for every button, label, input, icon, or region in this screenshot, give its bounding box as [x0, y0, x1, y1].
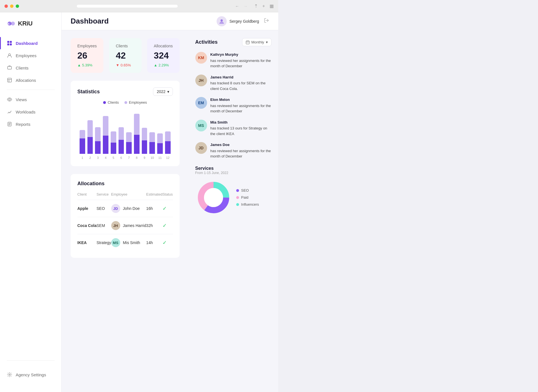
col-service: Service [96, 192, 111, 200]
topbar-right: Sergey Goldberg [217, 16, 269, 26]
activity-text: Mia Smith has tracked 13 ours for Strate… [210, 120, 272, 137]
logo-text: KRiU [18, 20, 33, 27]
bar-label: 1 [82, 156, 83, 159]
arrow-up-icon: ▲ [77, 63, 81, 67]
sidebar-item-allocations[interactable]: Allocations [0, 74, 61, 86]
calendar-icon [246, 40, 250, 44]
svg-rect-3 [7, 41, 9, 43]
legend-seo: SEO [236, 188, 259, 192]
activity-name: Kathryn Murphy [210, 52, 272, 57]
content-right: Activities Monthly ▾ KM Kathryn [189, 30, 278, 392]
stat-card-employees: Employees 26 ▲ 5.39% [71, 38, 103, 73]
content-left: Employees 26 ▲ 5.39% Clients 42 ▼ [62, 30, 189, 392]
check-icon: ✓ [163, 240, 167, 245]
paid-dot [236, 196, 239, 199]
bar-group: 5 [111, 109, 116, 159]
activities-header: Activities Monthly ▾ [195, 38, 272, 46]
bar-group: 7 [126, 109, 132, 159]
add-tab-icon[interactable]: + [262, 4, 265, 9]
cell-employee: JD John Doe [111, 200, 146, 217]
svg-point-12 [9, 374, 10, 375]
bar-group: 8 [134, 109, 140, 159]
bar-label: 3 [97, 156, 99, 159]
clients-dot [103, 101, 106, 104]
bar-label: 2 [89, 156, 91, 159]
logout-icon[interactable] [264, 18, 269, 25]
employees-dot [124, 101, 127, 104]
bar-label: 4 [105, 156, 106, 159]
settings-icon [7, 372, 12, 377]
avatar: JD [111, 204, 120, 213]
bar-label: 10 [150, 156, 154, 159]
arrow-down-icon: ▼ [116, 63, 119, 67]
influencers-dot [236, 203, 239, 206]
svg-rect-5 [7, 43, 9, 45]
arrow-up-icon: ▲ [154, 63, 157, 67]
stat-label: Clients [116, 44, 135, 48]
bar-group: 11 [157, 109, 163, 159]
bar-group: 9 [142, 109, 147, 159]
bar-group: 1 [80, 109, 85, 159]
table-row: Apple SEO JD John Doe 16h ✓ [77, 200, 173, 217]
services-title: Services [195, 166, 272, 171]
chevron-down-icon: ▾ [266, 40, 268, 44]
year-selector[interactable]: 2022 ▾ [153, 87, 173, 96]
cell-client: Apple [77, 200, 96, 217]
chevron-down-icon: ▾ [167, 89, 169, 94]
bar-label: 9 [144, 156, 145, 159]
sidebar-item-reports[interactable]: Reports [0, 118, 61, 130]
sidebar-item-agency-settings[interactable]: Agency Settings [7, 368, 55, 381]
cell-estimated: 14h [146, 234, 163, 251]
avatar: JH [111, 221, 120, 230]
sidebar-item-label: Clients [16, 66, 29, 70]
nav-forward-icon[interactable]: → [244, 4, 247, 8]
sidebar-item-label: Reports [16, 122, 31, 127]
user-info: Sergey Goldberg [217, 16, 259, 26]
url-bar[interactable] [77, 5, 178, 8]
activities-filter[interactable]: Monthly ▾ [242, 38, 272, 46]
avatar: EM [195, 97, 207, 109]
sidebar-item-label: Dashboard [16, 41, 38, 46]
seo-dot [236, 189, 239, 192]
avatar: MS [195, 120, 207, 131]
list-item: JH James Harrid has tracked 8 ours for S… [195, 75, 272, 92]
bar-label: 7 [128, 156, 130, 159]
sidebar-item-workloads[interactable]: Workloads [0, 106, 61, 118]
stat-change: ▲ 2.29% [154, 63, 173, 67]
topbar: Dashboard Sergey Goldberg [62, 12, 278, 30]
chart-legend: Clients Employees [77, 100, 173, 105]
sidebar-item-label: Allocations [16, 78, 36, 83]
list-item: KM Kathryn Murphy has reviewed her assig… [195, 52, 272, 69]
stat-label: Employees [77, 44, 97, 48]
col-status: Status [163, 192, 173, 200]
sidebar-item-clients[interactable]: Clients [0, 62, 61, 74]
nav-divider [7, 90, 55, 90]
activity-name: Elon Melon [210, 97, 272, 103]
sidebar-toggle-icon[interactable]: ▦ [270, 3, 274, 9]
cell-service: SEO [96, 200, 111, 217]
workloads-icon [7, 109, 12, 115]
sidebar-item-views[interactable]: Views [0, 93, 61, 106]
logo-icon: K [7, 19, 16, 28]
svg-rect-14 [246, 41, 249, 44]
minimize-button[interactable] [10, 4, 13, 8]
share-icon[interactable]: ⇡ [254, 3, 258, 9]
activity-text: James Harrid has tracked 8 ours for SEM … [210, 75, 272, 92]
cell-employee: JH James Harrid [111, 217, 146, 234]
cell-estimated: 16h [146, 200, 163, 217]
avatar: JH [195, 75, 207, 86]
chart-title: Statistics [77, 89, 100, 95]
reports-icon [7, 121, 12, 127]
sidebar-item-employees[interactable]: Employees [0, 49, 61, 62]
chart-header: Statistics 2022 ▾ [77, 87, 173, 96]
nav-back-icon[interactable]: ← [235, 4, 239, 8]
maximize-button[interactable] [16, 4, 19, 8]
bar-group: 2 [87, 109, 93, 159]
sidebar-item-dashboard[interactable]: Dashboard [0, 37, 61, 49]
main-area: Dashboard Sergey Goldberg [62, 12, 278, 392]
avatar: MS [111, 238, 120, 247]
dashboard-icon [7, 40, 12, 46]
services-subtitle: From 1-15 June, 2022 [195, 171, 272, 175]
close-button[interactable] [4, 4, 8, 8]
bar-group: 6 [119, 109, 124, 159]
